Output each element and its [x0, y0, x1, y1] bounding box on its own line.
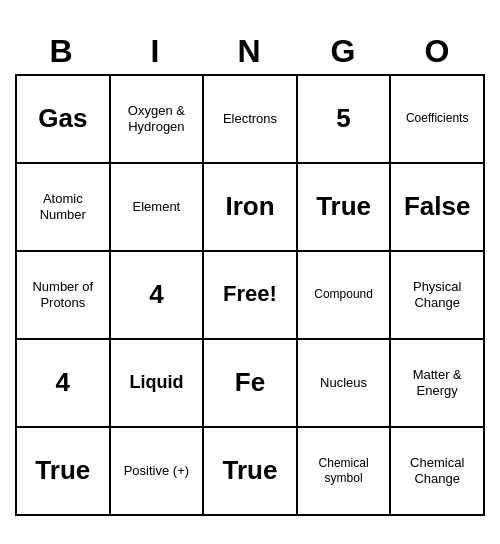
cell-3-2: Fe	[204, 340, 298, 428]
header-letter-N: N	[203, 29, 297, 74]
cell-1-4: False	[391, 164, 485, 252]
cell-text-0-2: Electrons	[223, 111, 277, 127]
cell-text-2-1: 4	[149, 279, 163, 310]
cell-0-2: Electrons	[204, 76, 298, 164]
cell-text-3-2: Fe	[235, 367, 265, 398]
cell-text-4-1: Positive (+)	[124, 463, 189, 479]
cell-2-2: Free!	[204, 252, 298, 340]
cell-text-1-2: Iron	[225, 191, 274, 222]
cell-text-1-0: Atomic Number	[21, 191, 105, 222]
cell-text-3-1: Liquid	[129, 372, 183, 394]
cell-text-4-2: True	[223, 455, 278, 486]
cell-text-2-3: Compound	[314, 287, 373, 301]
cell-3-0: 4	[17, 340, 111, 428]
cell-text-4-0: True	[35, 455, 90, 486]
cell-text-1-4: False	[404, 191, 471, 222]
cell-2-3: Compound	[298, 252, 392, 340]
cell-text-3-3: Nucleus	[320, 375, 367, 391]
cell-text-1-3: True	[316, 191, 371, 222]
cell-2-4: Physical Change	[391, 252, 485, 340]
cell-0-3: 5	[298, 76, 392, 164]
header-letter-O: O	[391, 29, 485, 74]
cell-text-3-0: 4	[56, 367, 70, 398]
cell-1-1: Element	[111, 164, 205, 252]
bingo-board: BINGO GasOxygen & HydrogenElectrons5Coef…	[15, 29, 485, 516]
cell-3-1: Liquid	[111, 340, 205, 428]
cell-1-3: True	[298, 164, 392, 252]
bingo-header: BINGO	[15, 29, 485, 74]
cell-3-4: Matter & Energy	[391, 340, 485, 428]
cell-4-2: True	[204, 428, 298, 516]
cell-0-0: Gas	[17, 76, 111, 164]
header-letter-B: B	[15, 29, 109, 74]
cell-2-0: Number of Protons	[17, 252, 111, 340]
cell-text-2-4: Physical Change	[395, 279, 479, 310]
cell-text-1-1: Element	[133, 199, 181, 215]
cell-0-1: Oxygen & Hydrogen	[111, 76, 205, 164]
cell-text-2-2: Free!	[223, 281, 277, 307]
cell-text-0-0: Gas	[38, 103, 87, 134]
bingo-grid: GasOxygen & HydrogenElectrons5Coefficien…	[15, 74, 485, 516]
cell-0-4: Coefficients	[391, 76, 485, 164]
cell-text-0-4: Coefficients	[406, 111, 468, 125]
header-letter-G: G	[297, 29, 391, 74]
cell-text-2-0: Number of Protons	[21, 279, 105, 310]
cell-3-3: Nucleus	[298, 340, 392, 428]
header-letter-I: I	[109, 29, 203, 74]
cell-4-4: Chemical Change	[391, 428, 485, 516]
cell-text-0-1: Oxygen & Hydrogen	[115, 103, 199, 134]
cell-4-3: Chemical symbol	[298, 428, 392, 516]
cell-1-2: Iron	[204, 164, 298, 252]
cell-4-1: Positive (+)	[111, 428, 205, 516]
cell-2-1: 4	[111, 252, 205, 340]
cell-text-4-4: Chemical Change	[395, 455, 479, 486]
cell-text-3-4: Matter & Energy	[395, 367, 479, 398]
cell-1-0: Atomic Number	[17, 164, 111, 252]
cell-text-4-3: Chemical symbol	[302, 456, 386, 485]
cell-text-0-3: 5	[336, 103, 350, 134]
cell-4-0: True	[17, 428, 111, 516]
